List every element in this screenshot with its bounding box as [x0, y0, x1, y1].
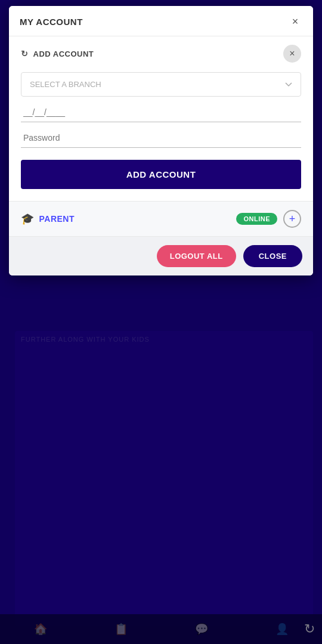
modal-overlay: MY ACCOUNT × ↻ ADD ACCOUNT × SELECT A BR… [0, 0, 322, 644]
account-row: 🎓 PARENT ONLINE + [9, 202, 313, 237]
add-account-header: ↻ ADD ACCOUNT × [21, 45, 301, 63]
modal-body: ↻ ADD ACCOUNT × SELECT A BRANCH ADD ACCO… [9, 36, 313, 237]
date-input[interactable] [21, 103, 301, 122]
add-account-label: ↻ ADD ACCOUNT [21, 49, 94, 58]
modal-close-x-button[interactable]: × [288, 14, 302, 29]
collapse-add-account-button[interactable]: × [283, 45, 301, 63]
modal-title: MY ACCOUNT [20, 17, 83, 27]
logout-all-button[interactable]: LOGOUT ALL [157, 245, 236, 267]
close-modal-button[interactable]: CLOSE [243, 245, 302, 267]
add-account-section: ↻ ADD ACCOUNT × SELECT A BRANCH ADD ACCO… [9, 36, 313, 202]
add-account-text: ADD ACCOUNT [33, 49, 94, 58]
branch-select[interactable]: SELECT A BRANCH [21, 72, 301, 97]
password-input[interactable] [21, 128, 301, 148]
add-child-account-button[interactable]: + [283, 210, 301, 228]
modal-footer: LOGOUT ALL CLOSE [9, 237, 313, 275]
add-account-button[interactable]: ADD ACCOUNT [21, 160, 301, 189]
account-name-label: PARENT [39, 214, 75, 224]
account-actions: ONLINE + [236, 210, 301, 228]
modal-header: MY ACCOUNT × [9, 6, 313, 36]
graduation-cap-icon: 🎓 [21, 212, 35, 225]
refresh-icon: ↻ [21, 49, 29, 58]
my-account-modal: MY ACCOUNT × ↻ ADD ACCOUNT × SELECT A BR… [9, 6, 313, 275]
account-name: 🎓 PARENT [21, 212, 75, 225]
online-status-badge: ONLINE [236, 213, 277, 225]
